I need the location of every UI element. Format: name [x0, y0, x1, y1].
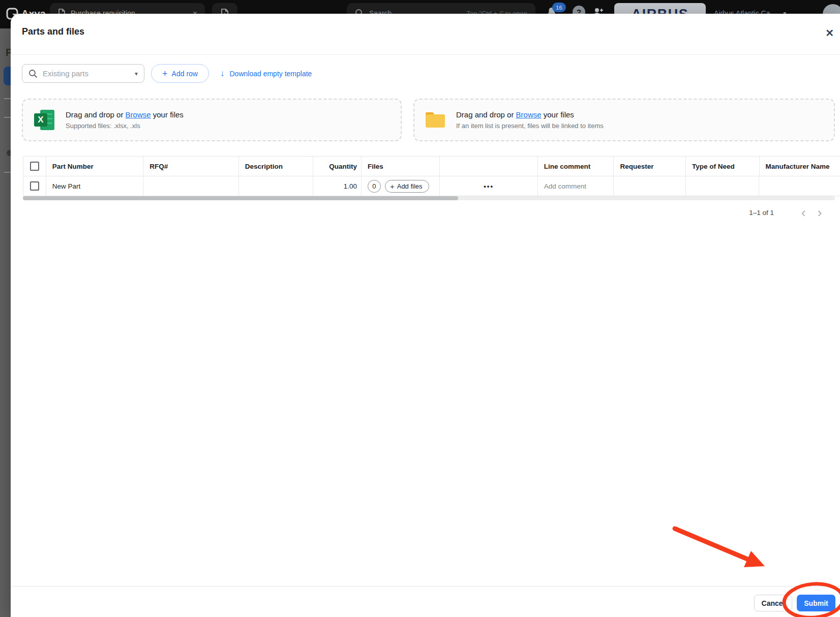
files-dropzone[interactable]: Drag and drop or Browse your files If an… [413, 99, 835, 141]
dialog-title: Parts and files [22, 26, 84, 37]
row-menu-button[interactable]: ••• [484, 182, 494, 190]
cell-description[interactable] [238, 176, 313, 196]
cell-part-number[interactable]: New Part [46, 176, 143, 196]
drop-text-suffix: your files [544, 110, 574, 119]
cell-quantity[interactable]: 1.00 [313, 176, 361, 196]
select-all-checkbox[interactable] [30, 162, 39, 171]
parts-and-files-dialog: Parts and files ✕ Existing parts ▾ + Add… [11, 14, 840, 617]
pagination-range-label: 1–1 of 1 [749, 209, 774, 217]
column-header-actions [439, 157, 537, 176]
notification-count-badge: 16 [552, 3, 566, 12]
chevron-right-icon[interactable]: › [812, 206, 828, 219]
submit-button[interactable]: Submit [797, 595, 835, 611]
cell-line-comment[interactable]: Add comment [537, 176, 614, 196]
search-icon [28, 69, 38, 78]
folder-icon [426, 112, 445, 128]
close-icon[interactable]: ✕ [825, 28, 834, 38]
column-header-requester: Requester [613, 157, 685, 176]
existing-parts-placeholder: Existing parts [43, 69, 130, 78]
browse-link[interactable]: Browse [516, 110, 542, 119]
excel-icon: X [34, 110, 54, 130]
files-count-chip[interactable]: 0 [368, 180, 381, 193]
browse-link[interactable]: Browse [126, 110, 151, 119]
add-row-button[interactable]: + Add row [151, 64, 209, 83]
drop-text-suffix: your files [153, 110, 184, 119]
column-header-files: Files [361, 157, 440, 176]
column-header-manufacturer-name: Manufacturer Name [759, 157, 840, 176]
add-row-label: Add row [172, 70, 198, 78]
column-header-quantity: Quantity [313, 157, 361, 176]
add-files-label: Add files [397, 182, 423, 190]
download-template-label: Download empty template [230, 70, 312, 78]
chevron-down-icon: ▾ [135, 70, 138, 77]
column-header-rfq: RFQ# [143, 157, 238, 176]
column-header-line-comment: Line comment [537, 157, 614, 176]
dropzone-text: Drag and drop or Browse your files [456, 110, 604, 119]
header-divider [11, 54, 840, 55]
row-checkbox[interactable] [30, 181, 39, 191]
drop-text-prefix: Drag and drop or [66, 110, 123, 119]
column-header-description: Description [238, 157, 313, 176]
existing-parts-search-select[interactable]: Existing parts ▾ [22, 64, 144, 83]
column-header-type-of-need: Type of Need [685, 157, 759, 176]
cell-rfq[interactable] [143, 176, 238, 196]
plus-icon: + [390, 182, 395, 191]
page-line-fragment [4, 98, 11, 99]
horizontal-scrollbar[interactable] [23, 196, 835, 200]
footer-divider [11, 586, 840, 587]
table-row: New Part 1.00 0 + Add files ••• Add comm… [23, 176, 840, 196]
cell-manufacturer-name[interactable] [759, 176, 840, 196]
page-line-fragment [4, 172, 11, 173]
cell-requester[interactable] [613, 176, 685, 196]
download-icon: ↓ [220, 69, 225, 79]
drop-text-prefix: Drag and drop or [456, 110, 514, 119]
cell-files: 0 + Add files [361, 176, 440, 196]
add-files-button[interactable]: + Add files [385, 180, 429, 193]
excel-dropzone[interactable]: X Drag and drop or Browse your files Sup… [22, 99, 402, 141]
download-empty-template-link[interactable]: ↓ Download empty template [220, 64, 312, 83]
dropzone-text: Drag and drop or Browse your files [66, 110, 184, 119]
dropzone-note: Supported files: .xlsx, .xls [66, 122, 184, 130]
column-header-part-number: Part Number [46, 157, 143, 176]
table-header-row: Part Number RFQ# Description Quantity Fi… [23, 156, 840, 176]
cell-type-of-need[interactable] [685, 176, 759, 196]
chevron-left-icon[interactable]: ‹ [795, 206, 812, 219]
parts-table: Part Number RFQ# Description Quantity Fi… [23, 156, 840, 196]
pagination: 1–1 of 1 ‹ › [749, 205, 828, 220]
cancel-button[interactable]: Cancel [754, 595, 792, 611]
page-line-fragment [4, 117, 11, 118]
dropzone-note: If an item list is present, files will b… [456, 122, 604, 130]
plus-icon: + [162, 69, 168, 78]
scrollbar-thumb[interactable] [23, 196, 458, 200]
